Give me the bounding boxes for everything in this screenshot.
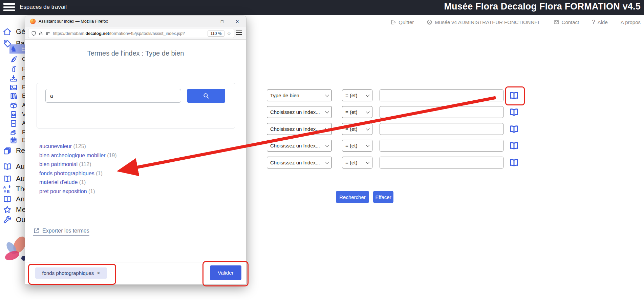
apropos-label: A propos — [621, 19, 641, 25]
export-terms-link[interactable]: Exporter les termes — [33, 227, 89, 236]
sidebar-item-thesaurus[interactable]: AB The — [3, 184, 28, 194]
sidebar-item-label: Gé — [16, 27, 25, 36]
chip-close-icon[interactable]: × — [97, 271, 100, 276]
index-assistant-button-4[interactable] — [508, 140, 520, 152]
term-search-button[interactable] — [187, 89, 225, 103]
sidebar-subitem[interactable]: F — [9, 83, 25, 92]
sidebar-item-autorites-2[interactable]: Aut — [3, 174, 27, 184]
index-select-2[interactable]: Choisissez un Index... — [267, 106, 332, 118]
image-icon — [9, 83, 18, 92]
chevron-down-icon — [325, 160, 329, 164]
chevron-down-icon — [325, 93, 329, 97]
sidebar-item-autorites-1[interactable]: Aut — [3, 161, 27, 172]
lock-icon — [39, 31, 43, 36]
minimize-button[interactable]: — — [201, 16, 212, 27]
criteria-input-2[interactable] — [380, 106, 503, 118]
sidebar-subitem[interactable]: A — [9, 119, 26, 128]
term-item[interactable]: bien archeologique mobilier (19) — [39, 151, 117, 160]
sidebar-subitem[interactable]: E — [9, 136, 26, 145]
popup-page-title: Termes de l'index : Type de bien — [25, 49, 246, 57]
selected-term-chip[interactable]: fonds photographiques × — [35, 267, 107, 279]
library-icon — [9, 92, 18, 100]
criteria-input-3[interactable] — [380, 123, 503, 135]
rechercher-button[interactable]: Rechercher — [336, 191, 369, 203]
index-select-3[interactable]: Choisissez un Index... — [267, 123, 332, 135]
app-title: Musée Flora Decalog Flora FORMATION v4.5 — [444, 1, 641, 12]
browser-menu-icon[interactable] — [236, 31, 242, 36]
apropos-link[interactable]: A propos — [621, 19, 641, 25]
question-icon: ? — [592, 19, 595, 25]
header-links: Quitter Musée v4 ADMINISTRATEUR FONCTION… — [390, 18, 641, 26]
maximize-button[interactable]: □ — [217, 16, 228, 27]
copy-icon — [3, 146, 12, 155]
sidebar-item-general[interactable]: Gé — [3, 26, 25, 37]
wrench-icon — [3, 215, 12, 224]
url-field[interactable]: https://demobam.decalog.net/formationv45… — [28, 29, 234, 38]
term-item[interactable]: pret pour exposition (1) — [39, 187, 117, 196]
sidebar-subitem[interactable]: F — [9, 64, 25, 74]
knight-icon: ♞ — [10, 45, 17, 53]
sidebar-subitem[interactable]: E — [9, 74, 26, 83]
open-book-icon — [509, 107, 519, 117]
term-search-input[interactable] — [45, 89, 181, 103]
open-book-icon — [3, 162, 12, 171]
assistant-index-window: Assistant sur index — Mozilla Firefox — … — [25, 16, 246, 285]
term-item[interactable]: fonds photographiques (1) — [39, 169, 117, 178]
extinguisher-icon — [9, 65, 18, 73]
user-badge[interactable]: Musée v4 ADMINISTRATEUR FONCTIONNEL — [427, 19, 540, 25]
criteria-input-4[interactable] — [380, 140, 503, 152]
url-text: https://demobam.decalog.net/formationv45… — [53, 31, 185, 36]
sidebar-subitem[interactable]: C — [9, 55, 26, 64]
calendar-icon — [9, 136, 18, 144]
sidebar-subitem[interactable]: A — [9, 101, 26, 110]
operator-select-1[interactable]: = (et) — [342, 89, 372, 101]
stack-icon — [9, 128, 18, 137]
operator-select-3[interactable]: = (et) — [342, 123, 372, 135]
close-button[interactable]: × — [232, 16, 243, 27]
index-assistant-button-1[interactable] — [508, 89, 520, 101]
home-icon — [3, 27, 12, 36]
index-assistant-button-5[interactable] — [508, 157, 520, 168]
open-book-icon — [509, 91, 519, 101]
term-item[interactable]: materiel d'etude (1) — [39, 178, 117, 187]
document-icon — [9, 119, 18, 127]
sidebar-subitem[interactable]: V — [9, 110, 26, 119]
hamburger-menu-icon[interactable] — [3, 3, 16, 12]
zoom-level-badge[interactable]: 110 % — [208, 31, 224, 37]
quitter-label: Quitter — [399, 19, 414, 25]
chevron-down-icon — [325, 109, 329, 113]
operator-select-4[interactable]: = (et) — [342, 140, 372, 152]
chevron-down-icon — [366, 160, 369, 164]
envelope-icon — [554, 19, 559, 25]
aide-link[interactable]: ? Aide — [592, 19, 608, 25]
index-select-1[interactable]: Type de bien — [267, 89, 332, 101]
operator-select-2[interactable]: = (et) — [342, 106, 372, 118]
contact-link[interactable]: Contact — [554, 19, 579, 25]
operator-select-5[interactable]: = (et) — [342, 157, 372, 168]
index-select-4[interactable]: Choisissez un Index... — [267, 140, 332, 152]
screen: Espaces de travail Musée Flora Decalog F… — [0, 0, 644, 300]
term-item[interactable]: aucunevaleur (125) — [39, 142, 117, 151]
open-box-icon — [9, 101, 18, 109]
index-select-5[interactable]: Choisissez un Index... — [267, 157, 332, 168]
open-book-icon — [509, 158, 519, 168]
bookmark-star-icon[interactable]: ☆ — [227, 31, 231, 37]
person-icon — [427, 19, 432, 25]
window-titlebar[interactable]: Assistant sur index — Mozilla Firefox — … — [25, 16, 246, 27]
term-item[interactable]: bien patrimonial (112) — [39, 160, 117, 169]
sidebar-item-outils[interactable]: Out — [3, 215, 27, 225]
firefox-icon — [30, 18, 36, 24]
term-list: aucunevaleur (125) bien archeologique mo… — [39, 142, 117, 196]
effacer-button[interactable]: Effacer — [373, 191, 393, 203]
open-book-icon — [3, 195, 12, 204]
user-label: Musée v4 ADMINISTRATEUR FONCTIONNEL — [435, 19, 540, 25]
index-assistant-button-2[interactable] — [508, 106, 520, 118]
sidebar-subitem[interactable]: E — [9, 91, 26, 100]
quitter-link[interactable]: Quitter — [390, 19, 414, 25]
index-assistant-button-3[interactable] — [508, 123, 520, 135]
criteria-input-5[interactable] — [380, 157, 503, 168]
valider-button[interactable]: Valider — [210, 265, 241, 280]
chevron-down-icon — [366, 143, 369, 147]
aide-label: Aide — [598, 19, 608, 25]
criteria-input-1[interactable] — [380, 89, 503, 101]
